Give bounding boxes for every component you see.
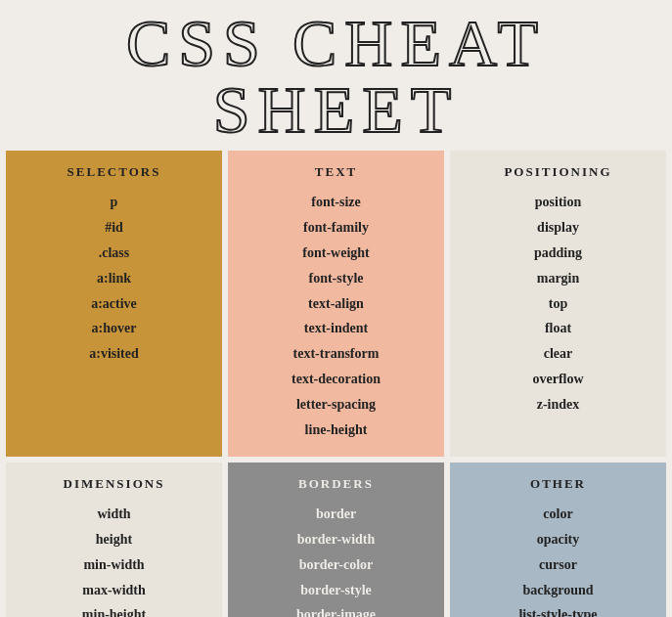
list-item: top (460, 291, 656, 317)
list-item: height (16, 527, 212, 552)
list-item: border-color (238, 552, 434, 578)
card-selectors: SELECTORS p#id.classa:linka:activea:hove… (6, 151, 222, 457)
page-title: CSS CHEAT SHEET (8, 10, 664, 143)
list-item: a:visited (16, 341, 212, 367)
list-item: display (460, 215, 656, 241)
text-title: TEXT (238, 164, 434, 180)
borders-items: borderborder-widthborder-colorborder-sty… (238, 502, 434, 617)
list-item: min-height (16, 602, 212, 617)
list-item: a:hover (16, 316, 212, 341)
list-item: overflow (460, 367, 656, 392)
list-item: list-style-type (460, 602, 656, 617)
list-item: cursor (460, 552, 656, 578)
card-other: OTHER coloropacitycursorbackgroundlist-s… (450, 463, 666, 617)
list-item: padding (460, 241, 656, 266)
list-item: #id (16, 215, 212, 241)
list-item: border-image (238, 602, 434, 617)
list-item: position (460, 190, 656, 215)
list-item: width (16, 502, 212, 527)
list-item: margin (460, 266, 656, 291)
list-item: .class (16, 241, 212, 266)
card-dimensions: DIMENSIONS widthheightmin-widthmax-width… (6, 463, 222, 617)
list-item: text-decoration (238, 367, 434, 392)
card-borders: BORDERS borderborder-widthborder-colorbo… (228, 463, 444, 617)
list-item: text-align (238, 291, 434, 317)
list-item: text-indent (238, 316, 434, 341)
selectors-title: SELECTORS (16, 164, 212, 180)
grid-container: SELECTORS p#id.classa:linka:activea:hove… (0, 151, 672, 617)
text-items: font-sizefont-familyfont-weightfont-styl… (238, 190, 434, 443)
list-item: max-width (16, 578, 212, 603)
list-item: font-family (238, 215, 434, 241)
list-item: opacity (460, 527, 656, 552)
selectors-items: p#id.classa:linka:activea:hovera:visited (16, 190, 212, 367)
list-item: text-transform (238, 341, 434, 367)
list-item: float (460, 316, 656, 341)
list-item: p (16, 190, 212, 215)
list-item: clear (460, 341, 656, 367)
list-item: letter-spacing (238, 392, 434, 418)
card-text: TEXT font-sizefont-familyfont-weightfont… (228, 151, 444, 457)
other-title: OTHER (460, 476, 656, 492)
positioning-title: POSITIONING (460, 164, 656, 180)
list-item: a:active (16, 291, 212, 317)
list-item: font-weight (238, 241, 434, 266)
dimensions-title: DIMENSIONS (16, 476, 212, 492)
list-item: z-index (460, 392, 656, 418)
list-item: background (460, 578, 656, 603)
card-positioning: POSITIONING positiondisplaypaddingmargin… (450, 151, 666, 457)
other-items: coloropacitycursorbackgroundlist-style-t… (460, 502, 656, 617)
list-item: border-style (238, 578, 434, 603)
list-item: font-style (238, 266, 434, 291)
borders-title: BORDERS (238, 476, 434, 492)
dimensions-items: widthheightmin-widthmax-widthmin-heightm… (16, 502, 212, 617)
list-item: color (460, 502, 656, 527)
list-item: font-size (238, 190, 434, 215)
list-item: border (238, 502, 434, 527)
list-item: border-width (238, 527, 434, 552)
list-item: a:link (16, 266, 212, 291)
title-bar: CSS CHEAT SHEET (0, 0, 672, 151)
positioning-items: positiondisplaypaddingmargintopfloatclea… (460, 190, 656, 418)
list-item: line-height (238, 418, 434, 443)
list-item: min-width (16, 552, 212, 578)
